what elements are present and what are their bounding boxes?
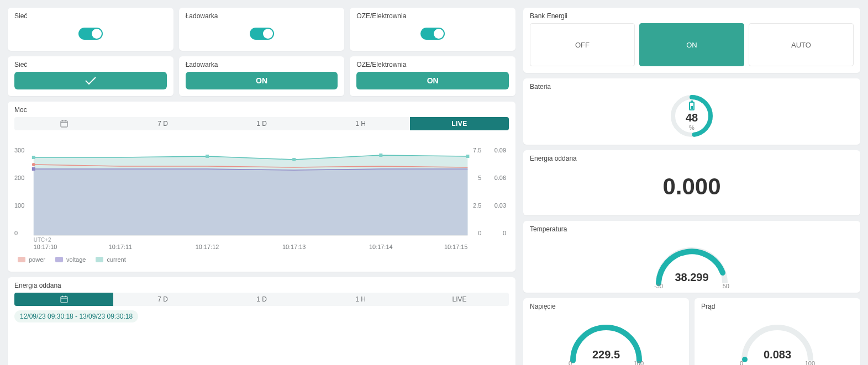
svg-text:100: 100 [14, 202, 24, 209]
current-card: Prąd 0.083 0 100 [695, 298, 860, 365]
voltage-value: 229.5 [592, 348, 620, 361]
range-1h[interactable]: 1 H [311, 117, 410, 130]
range-live[interactable]: LIVE [410, 117, 509, 130]
svg-text:0: 0 [478, 230, 481, 236]
svg-text:300: 300 [14, 147, 24, 154]
toggle-ladowarka-label: Ładowarka [186, 12, 338, 20]
toggle-oze[interactable] [420, 28, 445, 40]
svg-rect-19 [292, 158, 296, 161]
current-title: Prąd [701, 303, 854, 310]
battery-unit: % [689, 124, 695, 131]
temperature-card: Temperatura 38.299 -30 50 [523, 221, 860, 293]
svg-text:7.5: 7.5 [473, 147, 481, 154]
svg-text:0: 0 [14, 230, 18, 236]
toggle-ladowarka[interactable] [250, 28, 274, 40]
svg-text:5: 5 [478, 174, 481, 181]
toggle-siec[interactable] [78, 28, 103, 40]
power-chart-legend: power voltage current [14, 256, 509, 263]
eo-range-1d[interactable]: 1 D [212, 293, 311, 306]
svg-rect-17 [32, 156, 35, 159]
legend-voltage[interactable]: voltage [55, 256, 86, 263]
svg-rect-0 [61, 121, 67, 127]
voltage-max: 100 [634, 360, 644, 365]
check-icon [85, 76, 97, 85]
status-siec-label: Sieć [14, 61, 167, 68]
svg-text:2.5: 2.5 [473, 202, 481, 209]
svg-rect-20 [379, 154, 382, 157]
svg-text:0.03: 0.03 [495, 202, 506, 209]
svg-text:0.06: 0.06 [495, 174, 506, 181]
svg-text:UTC+2: UTC+2 [34, 237, 51, 243]
range-1d[interactable]: 1 D [212, 117, 311, 130]
calendar-icon [60, 120, 68, 128]
date-range-badge[interactable]: 12/09/23 09:30:18 - 13/09/23 09:30:18 [14, 310, 138, 322]
status-oze-button[interactable]: ON [356, 72, 509, 89]
status-ladowarka-label: Ładowarka [186, 61, 338, 68]
range-7d[interactable]: 7 D [113, 117, 212, 130]
svg-text:200: 200 [14, 174, 24, 181]
eo-range-live[interactable]: LIVE [410, 293, 509, 306]
bank-auto-button[interactable]: AUTO [749, 23, 854, 66]
power-chart-title: Moc [14, 106, 509, 114]
status-ladowarka-text: ON [256, 76, 267, 85]
temperature-max: 50 [723, 283, 729, 289]
toggle-oze-label: OZE/Elektrownia [356, 12, 509, 20]
energy-out-value: 0.000 [530, 166, 854, 209]
power-range-row: 7 D 1 D 1 H LIVE [14, 117, 509, 130]
toggle-siec-label: Sieć [14, 12, 167, 20]
svg-text:10:17:15: 10:17:15 [444, 244, 468, 250]
energy-out-range-row: 7 D 1 D 1 H LIVE [14, 293, 509, 306]
status-siec-button[interactable] [14, 72, 167, 89]
temperature-title: Temperatura [530, 225, 854, 233]
svg-text:10:17:14: 10:17:14 [369, 244, 393, 250]
legend-current[interactable]: current [96, 256, 125, 263]
temperature-min: -30 [654, 283, 663, 289]
eo-range-7d[interactable]: 7 D [113, 293, 212, 306]
power-chart: 300 200 100 0 7.5 5 2.5 0 0.09 0.06 0.03… [14, 141, 509, 252]
status-oze-label: OZE/Elektrownia [356, 61, 509, 68]
bank-on-button[interactable]: ON [639, 23, 744, 66]
battery-icon [689, 102, 695, 110]
status-oze-text: ON [427, 76, 439, 85]
legend-power[interactable]: power [18, 256, 45, 263]
temperature-value: 38.299 [675, 271, 708, 284]
svg-text:10:17:11: 10:17:11 [109, 244, 133, 250]
bank-off-button[interactable]: OFF [530, 23, 635, 66]
battery-title: Bateria [530, 83, 854, 91]
svg-text:10:17:10: 10:17:10 [34, 244, 57, 250]
svg-rect-31 [61, 297, 67, 303]
battery-card: Bateria 48 % [523, 78, 860, 145]
svg-text:10:17:13: 10:17:13 [282, 244, 306, 250]
energy-out-card: Energia oddana 0.000 [523, 150, 860, 215]
svg-text:0.09: 0.09 [495, 147, 506, 154]
svg-rect-18 [206, 155, 209, 158]
calendar-icon [60, 295, 68, 303]
current-max: 100 [805, 360, 815, 365]
range-calendar[interactable] [14, 117, 113, 130]
current-value: 0.083 [764, 348, 791, 361]
svg-text:10:17:12: 10:17:12 [196, 244, 219, 250]
current-min: 0 [740, 360, 743, 365]
svg-rect-21 [466, 155, 469, 158]
bank-energii-title: Bank Energii [530, 12, 854, 20]
svg-rect-23 [32, 167, 35, 171]
eo-range-calendar[interactable] [14, 293, 113, 306]
toggle-row: Sieć Ładowarka OZE/Elektrownia [8, 8, 515, 51]
energy-out-title: Energia oddana [530, 155, 854, 162]
eo-range-1h[interactable]: 1 H [311, 293, 410, 306]
voltage-title: Napięcie [530, 303, 682, 310]
voltage-card: Napięcie 229.5 0 100 [523, 298, 689, 365]
power-chart-card: Moc 7 D 1 D 1 H LIVE 300 200 100 0 7 [8, 102, 515, 272]
status-ladowarka-button[interactable]: ON [186, 72, 338, 89]
svg-point-22 [32, 163, 35, 166]
svg-text:0: 0 [503, 230, 506, 236]
bank-energii-card: Bank Energii OFF ON AUTO [523, 8, 860, 73]
energy-out-chart-card: Energia oddana 7 D 1 D 1 H LIVE 12/09/23… [8, 277, 515, 365]
battery-ring: 48 % [670, 94, 714, 138]
status-row: Sieć Ładowarka ON OZE/Elektrownia ON [8, 56, 515, 96]
battery-value: 48 [686, 112, 698, 124]
energy-out-chart-title: Energia oddana [14, 282, 509, 289]
voltage-min: 0 [569, 360, 572, 365]
